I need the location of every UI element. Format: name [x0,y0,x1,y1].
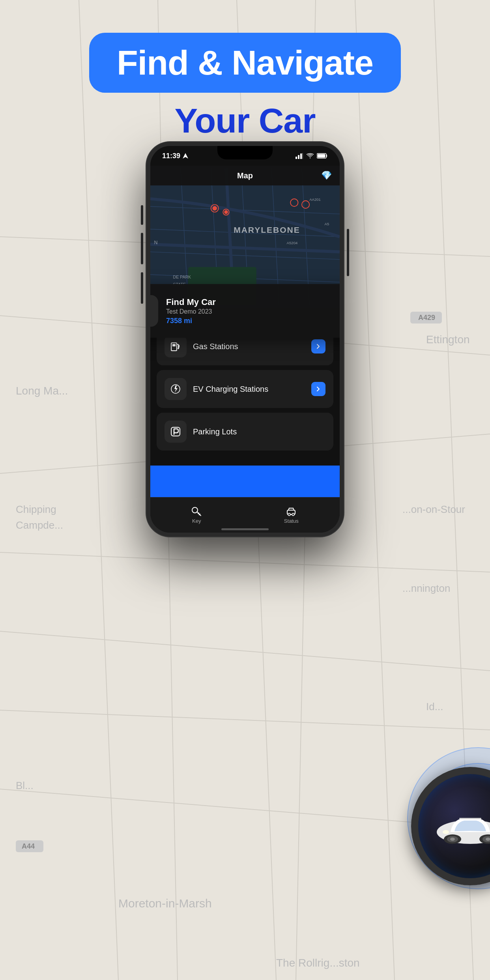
svg-point-67 [178,348,179,349]
status-time: 11:39 [162,152,188,160]
nav-item-status[interactable]: Status [284,506,299,524]
chevron-right-small-icon [316,344,321,349]
parking-lots-label: Parking Lots [193,427,305,436]
parking-icon-box [165,421,187,443]
svg-text:Moreton-in-Marsh: Moreton-in-Marsh [118,897,212,910]
key-icon [191,506,202,516]
magnifier-glass [411,767,490,885]
find-my-car-title: Find My Car [166,297,336,307]
chevron-right-small-icon-3 [316,429,321,434]
svg-point-59 [212,206,217,211]
home-indicator [221,528,269,530]
svg-text:MARYLEBONE: MARYLEBONE [234,225,300,234]
phone-body: 11:39 [146,142,344,537]
title-badge: Find & Navigate [89,33,401,93]
gas-station-icon-box [165,335,187,357]
status-car-icon [286,506,296,516]
svg-point-60 [224,210,228,214]
svg-text:Id...: Id... [426,701,443,713]
svg-text:...nnington: ...nnington [402,582,450,594]
svg-rect-30 [298,155,299,159]
header: Find & Navigate Your Car [0,0,490,150]
find-my-car-card[interactable]: Find My Car Test Demo 2023 7358 mi [150,284,340,338]
wifi-icon [307,153,314,159]
svg-rect-31 [300,153,302,159]
gas-stations-arrow[interactable] [311,339,325,353]
subtitle-text: Your Car [174,101,315,141]
side-button-mute [141,205,143,225]
headline-text: Find & Navigate [117,44,373,82]
find-my-car-subtitle: Test Demo 2023 [166,308,336,315]
side-button-vol-down [141,272,143,304]
menu-item-ev-charging[interactable]: EV Charging Stations [157,370,333,408]
svg-text:A5204: A5204 [287,241,298,245]
svg-text:Ettington: Ettington [426,333,470,346]
svg-text:DE PARK: DE PARK [173,275,191,279]
car-in-magnifier-icon [431,802,490,850]
find-my-car-distance: 7358 mi [166,317,336,325]
bottom-nav: Key Status [150,497,340,533]
side-button-vol-up [141,233,143,264]
magnifier [411,767,490,901]
menu-item-parking[interactable]: Parking Lots [157,413,333,451]
phone-mockup: 11:39 [146,142,344,537]
car-icon-container [150,295,158,327]
side-button-power [347,229,349,276]
svg-marker-28 [183,153,188,159]
svg-text:Chipping: Chipping [16,503,56,515]
ev-charging-arrow[interactable] [311,382,325,396]
svg-point-73 [292,513,294,516]
svg-rect-34 [318,154,325,158]
svg-text:Campde...: Campde... [16,519,63,531]
parking-icon [170,426,181,438]
nav-status-label: Status [284,518,299,524]
ev-charging-label: EV Charging Stations [193,385,305,394]
gas-stations-label: Gas Stations [193,342,305,351]
blue-bottom-section [150,466,340,497]
svg-point-77 [450,838,455,841]
svg-text:Long Ma...: Long Ma... [16,385,68,397]
gem-icon: 💎 [321,170,332,181]
chevron-right-small-icon-2 [316,386,321,392]
menu-list: Gas Stations EV Charg [157,327,333,451]
nav-title: Map [237,171,253,180]
phone-notch [217,146,273,159]
svg-text:N: N [154,240,158,245]
svg-text:AA201: AA201 [309,197,321,202]
status-icons [295,153,328,159]
svg-text:The Rollrig...ston: The Rollrig...ston [276,957,360,969]
svg-rect-66 [172,344,176,346]
car-icon [150,301,152,321]
svg-text:A5: A5 [325,222,329,226]
svg-text:...on-on-Stour: ...on-on-Stour [402,503,465,515]
phone-screen: 11:39 [150,146,340,533]
svg-point-82 [443,830,449,834]
ev-charging-icon [170,383,181,395]
signal-icon [295,153,303,159]
svg-point-72 [288,513,290,516]
location-arrow-icon [183,153,188,159]
nav-key-label: Key [192,518,201,524]
ev-charging-icon-box [165,378,187,400]
svg-text:Bl...: Bl... [16,780,34,791]
battery-icon [317,153,328,159]
svg-rect-32 [302,153,303,159]
svg-rect-29 [295,157,297,159]
find-my-car-info: Find My Car Test Demo 2023 7358 mi [166,297,336,325]
svg-rect-83 [459,818,481,819]
gas-pump-icon [170,340,181,352]
svg-text:A429: A429 [418,314,435,322]
phone-navbar: Map 💎 [150,166,340,185]
svg-text:A44: A44 [22,842,35,850]
nav-item-key[interactable]: Key [191,506,202,524]
